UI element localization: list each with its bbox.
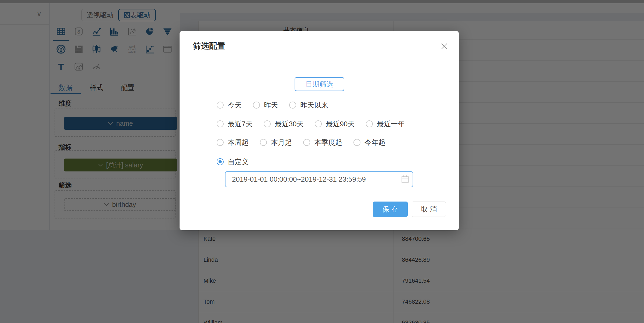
- radio-label: 最近一年: [377, 119, 405, 129]
- radio-option-last-7-days[interactable]: 最近7天: [217, 119, 252, 129]
- radio-row-2: 最近7天 最近30天 最近90天 最近一年: [217, 119, 405, 128]
- radio-label: 今天: [228, 101, 242, 110]
- date-range-input-wrap: [225, 171, 413, 187]
- radio-label: 本季度起: [314, 138, 342, 147]
- radio-icon[interactable]: [264, 120, 271, 127]
- save-button[interactable]: 保 存: [373, 202, 408, 217]
- radio-icon[interactable]: [217, 139, 224, 146]
- radio-icon[interactable]: [366, 120, 373, 127]
- calendar-icon[interactable]: [401, 175, 409, 184]
- radio-option-week-to-date[interactable]: 本周起: [217, 138, 249, 147]
- radio-label: 昨天: [264, 101, 278, 110]
- radio-option-today[interactable]: 今天: [217, 101, 242, 110]
- radio-icon[interactable]: [217, 102, 224, 109]
- radio-option-yesterday[interactable]: 昨天: [253, 101, 278, 110]
- close-icon[interactable]: [440, 42, 449, 51]
- radio-option-custom[interactable]: 自定义: [217, 157, 249, 167]
- radio-option-quarter-to-date[interactable]: 本季度起: [303, 138, 342, 147]
- radio-row-custom: 自定义: [217, 157, 249, 166]
- app-root: ∨ 透视驱动 图表驱动 8: [0, 0, 644, 323]
- radio-label: 最近30天: [275, 119, 303, 129]
- radio-option-last-90-days[interactable]: 最近90天: [315, 119, 355, 129]
- filter-config-modal: 筛选配置 日期筛选 今天 昨天 昨天以来 最近7天 最近30天 最近90天 最近…: [180, 31, 459, 230]
- radio-label: 最近90天: [326, 119, 355, 129]
- modal-header-divider: [180, 60, 459, 60]
- date-range-input[interactable]: [225, 171, 413, 187]
- radio-icon[interactable]: [303, 139, 310, 146]
- radio-icon[interactable]: [260, 139, 267, 146]
- radio-option-month-to-date[interactable]: 本月起: [260, 138, 292, 147]
- radio-option-since-yesterday[interactable]: 昨天以来: [289, 101, 328, 110]
- modal-title: 筛选配置: [193, 41, 225, 52]
- radio-label: 自定义: [228, 157, 249, 167]
- radio-icon[interactable]: [315, 120, 322, 127]
- radio-option-year-to-date[interactable]: 今年起: [353, 138, 385, 147]
- radio-label: 本周起: [228, 138, 249, 147]
- radio-icon[interactable]: [353, 139, 360, 146]
- radio-icon[interactable]: [253, 102, 260, 109]
- radio-checked-icon[interactable]: [217, 158, 224, 165]
- radio-option-last-30-days[interactable]: 最近30天: [264, 119, 303, 129]
- cancel-button[interactable]: 取 消: [412, 202, 446, 217]
- radio-label: 今年起: [364, 138, 385, 147]
- radio-row-3: 本周起 本月起 本季度起 今年起: [217, 138, 385, 147]
- radio-label: 本月起: [271, 138, 292, 147]
- radio-option-last-year[interactable]: 最近一年: [366, 119, 405, 129]
- radio-label: 最近7天: [228, 119, 252, 129]
- radio-label: 昨天以来: [300, 101, 328, 110]
- radio-icon[interactable]: [289, 102, 296, 109]
- radio-row-1: 今天 昨天 昨天以来: [217, 101, 328, 110]
- radio-icon[interactable]: [217, 120, 224, 127]
- date-filter-button[interactable]: 日期筛选: [295, 77, 344, 91]
